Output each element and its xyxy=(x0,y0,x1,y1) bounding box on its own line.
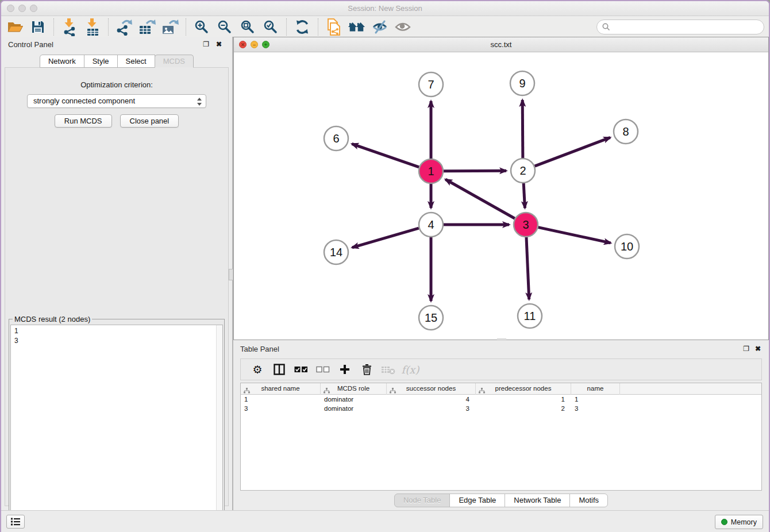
close-table-panel-icon[interactable] xyxy=(755,345,761,353)
edge-4-14[interactable] xyxy=(352,228,419,248)
floppy-disk-icon xyxy=(31,20,45,34)
graph-node-label-11: 11 xyxy=(524,310,536,322)
cell-predecessor-nodes[interactable]: 1 xyxy=(476,395,571,404)
edge-3-10[interactable] xyxy=(538,228,611,243)
export-table-button[interactable] xyxy=(136,17,159,37)
run-mcds-button[interactable]: Run MCDS xyxy=(55,114,112,128)
optimization-select[interactable]: strongly connected component xyxy=(27,94,206,108)
column-header-predecessor-nodes[interactable]: predecessor nodes xyxy=(476,383,571,395)
cell-shared-name[interactable]: 1 xyxy=(241,395,321,404)
cell-successor-nodes[interactable]: 4 xyxy=(387,395,476,404)
zoom-fit-button[interactable] xyxy=(236,17,259,37)
tab-network[interactable]: Network xyxy=(40,55,84,68)
close-panel-button[interactable]: Close panel xyxy=(120,114,179,128)
cell-successor-nodes[interactable]: 3 xyxy=(387,404,476,413)
cell-name[interactable]: 1 xyxy=(571,395,620,404)
checked-boxes-icon xyxy=(294,366,308,373)
task-history-button[interactable] xyxy=(6,515,25,529)
select-all-button[interactable] xyxy=(290,360,312,379)
cell-MCDS-role[interactable]: dominator xyxy=(321,404,387,413)
zoom-selected-button[interactable] xyxy=(259,17,282,37)
tab-node-table[interactable]: Node Table xyxy=(394,494,451,507)
refresh-layout-button[interactable] xyxy=(291,17,314,37)
import-network-button[interactable] xyxy=(58,17,81,37)
show-all-button[interactable] xyxy=(391,17,414,37)
unselect-all-button[interactable] xyxy=(312,360,334,379)
graph-node-label-8: 8 xyxy=(622,125,629,138)
import-table-button[interactable] xyxy=(81,17,104,37)
open-session-button[interactable] xyxy=(3,17,26,37)
delete-row-button[interactable] xyxy=(356,360,378,379)
result-line: 1 xyxy=(14,326,222,336)
edge-3-11[interactable] xyxy=(526,237,529,299)
refresh-icon xyxy=(295,20,310,34)
graph-node-label-7: 7 xyxy=(428,78,434,91)
cell-name[interactable]: 3 xyxy=(571,404,620,413)
export-table-icon xyxy=(138,18,156,36)
columns-icon xyxy=(274,364,285,375)
edge-3-1[interactable] xyxy=(445,179,515,218)
tab-mcds[interactable]: MCDS xyxy=(155,55,194,68)
network-graph[interactable]: 7968124314101511 xyxy=(234,52,768,340)
table-header-row: shared nameMCDS rolesuccessor nodesprede… xyxy=(241,383,761,395)
column-header-successor-nodes[interactable]: successor nodes xyxy=(387,383,476,395)
show-column-button[interactable] xyxy=(268,360,290,379)
show-eye-icon xyxy=(395,21,411,33)
tab-style[interactable]: Style xyxy=(84,55,118,68)
column-header-MCDS-role[interactable]: MCDS role xyxy=(321,383,387,395)
toolbar-separator xyxy=(53,18,54,36)
canvas-resize-grip[interactable] xyxy=(497,338,506,341)
cell-shared-name[interactable]: 3 xyxy=(241,404,321,413)
tab-network-table[interactable]: Network Table xyxy=(505,494,570,507)
float-table-panel-icon[interactable] xyxy=(743,345,749,353)
toolbar-separator xyxy=(318,18,318,36)
result-scrollbar[interactable] xyxy=(216,325,222,530)
graph-node-label-10: 10 xyxy=(621,240,633,253)
search-input[interactable] xyxy=(596,20,764,34)
memory-button[interactable]: Memory xyxy=(715,515,763,529)
table-panel-header: Table Panel xyxy=(233,341,769,357)
mcds-result-box: 13 xyxy=(10,325,223,530)
cell-MCDS-role[interactable]: dominator xyxy=(321,395,387,404)
clone-network-icon xyxy=(326,18,342,36)
network-window-titlebar[interactable]: scc.txt xyxy=(234,37,768,52)
trash-icon xyxy=(362,364,372,375)
column-header-shared-name[interactable]: shared name xyxy=(241,383,321,395)
table-row[interactable]: 1dominator411 xyxy=(241,395,761,404)
table-row[interactable]: 3dominator323 xyxy=(241,404,761,413)
edge-2-8[interactable] xyxy=(535,137,610,166)
network-canvas[interactable]: 7968124314101511 xyxy=(234,52,768,340)
save-session-button[interactable] xyxy=(26,17,49,37)
tab-motifs[interactable]: Motifs xyxy=(569,494,608,507)
edge-2-3[interactable] xyxy=(523,183,525,208)
close-panel-icon[interactable] xyxy=(216,40,222,48)
tree-hierarchy-icon xyxy=(244,386,250,397)
column-label: shared name xyxy=(261,385,299,392)
edge-1-6[interactable] xyxy=(352,144,419,167)
cell-predecessor-nodes[interactable]: 2 xyxy=(476,404,571,413)
function-builder-button-disabled: f(x) xyxy=(399,360,421,379)
graph-node-label-4: 4 xyxy=(428,218,434,231)
table-settings-button[interactable]: ⚙ xyxy=(247,360,268,379)
zoom-out-button[interactable] xyxy=(213,17,236,37)
panel-divider-grip[interactable] xyxy=(229,269,233,280)
export-image-button[interactable] xyxy=(159,17,182,37)
open-folder-icon xyxy=(7,20,23,34)
hide-selected-button[interactable] xyxy=(368,17,391,37)
tab-select[interactable]: Select xyxy=(117,55,155,68)
control-panel-header: Control Panel xyxy=(1,37,232,53)
add-row-button[interactable] xyxy=(334,360,356,379)
tab-edge-table[interactable]: Edge Table xyxy=(449,494,505,507)
control-panel-title: Control Panel xyxy=(8,40,53,49)
edge-2-9[interactable] xyxy=(522,100,523,158)
main-toolbar xyxy=(1,16,769,38)
table-tabs: Node TableEdge TableNetwork TableMotifs xyxy=(233,492,769,509)
column-label: predecessor nodes xyxy=(495,385,552,392)
float-panel-icon[interactable] xyxy=(203,40,209,48)
export-network-button[interactable] xyxy=(113,17,136,37)
first-neighbors-button[interactable] xyxy=(345,17,368,37)
column-header-name[interactable]: name xyxy=(571,383,620,395)
edge-1-2[interactable] xyxy=(444,171,506,171)
new-network-from-selection-button[interactable] xyxy=(322,17,345,37)
zoom-in-button[interactable] xyxy=(190,17,213,37)
